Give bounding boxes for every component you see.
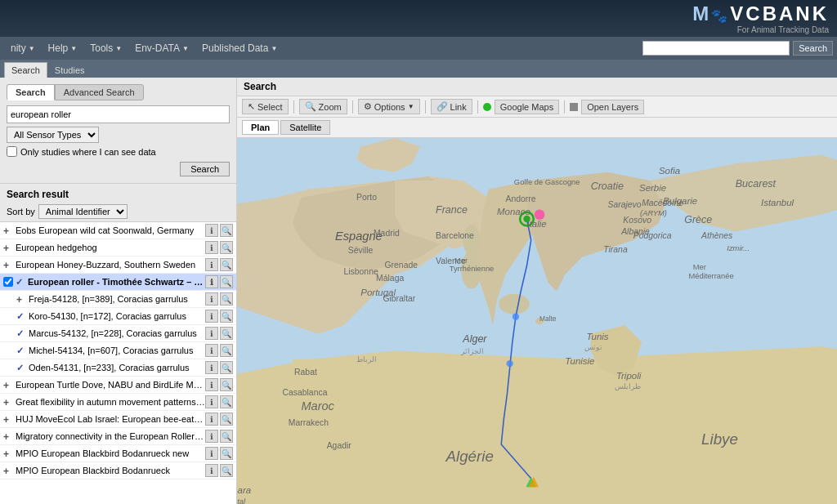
select-tool-button[interactable]: ↖ Select (242, 99, 289, 114)
search-button[interactable]: 🔍 (220, 464, 233, 477)
list-item[interactable]: ✓ Oden-54131, [n=233], Coracias garrulus… (0, 359, 236, 377)
logo-subtitle: For Animal Tracking Data (692, 25, 829, 34)
check-icon: ✓ (16, 311, 26, 321)
list-item[interactable]: + MPIO European Blackbird Bodanrueck ℹ 🔍 (0, 462, 236, 479)
info-button[interactable]: ℹ (205, 361, 218, 374)
chevron-down-icon: ▼ (70, 45, 77, 52)
data-visibility-checkbox[interactable] (7, 146, 17, 157)
item-actions: ℹ 🔍 (205, 361, 233, 374)
search-button[interactable]: Search (180, 162, 230, 176)
search-button[interactable]: 🔍 (220, 292, 233, 306)
info-button[interactable]: ℹ (205, 430, 218, 443)
search-button-row: Search (7, 162, 230, 176)
check-icon: ✓ (16, 277, 25, 287)
search-button[interactable]: 🔍 (220, 327, 233, 340)
svg-text:Casablanca: Casablanca (282, 388, 327, 397)
item-actions: ℹ 🔍 (205, 310, 233, 323)
svg-text:Grèce: Grèce (684, 214, 712, 225)
search-button[interactable]: 🔍 (220, 378, 233, 391)
right-panel: Search ↖ Select 🔍 Zoom ⚙ Options ▼ 🔗 Lin… (237, 78, 837, 504)
global-search-button[interactable]: Search (793, 41, 833, 56)
search-button[interactable]: 🔍 (220, 275, 233, 288)
search-input[interactable] (7, 105, 230, 123)
nav-community[interactable]: nity ▼ (4, 39, 42, 57)
search-button[interactable]: 🔍 (220, 447, 233, 460)
toolbar-separator (425, 100, 426, 114)
open-layers-button[interactable]: Open Layers (581, 100, 644, 114)
nav-tools[interactable]: Tools ▼ (83, 39, 128, 57)
info-button[interactable]: ℹ (205, 241, 218, 254)
global-search-input[interactable] (642, 41, 790, 56)
svg-text:Tirana: Tirana (603, 245, 628, 254)
svg-text:Malte: Malte (539, 314, 557, 323)
satellite-view-tab[interactable]: Satellite (280, 120, 330, 135)
open-layers-indicator (570, 103, 578, 111)
tab-search[interactable]: Search (4, 62, 47, 78)
search-button[interactable]: 🔍 (220, 344, 233, 357)
search-button[interactable]: 🔍 (220, 224, 233, 237)
search-button[interactable]: 🔍 (220, 430, 233, 443)
svg-text:Tunis: Tunis (586, 332, 608, 341)
info-button[interactable]: ℹ (205, 310, 218, 323)
svg-text:Sofia: Sofia (659, 166, 680, 176)
info-button[interactable]: ℹ (205, 275, 218, 288)
nav-published-data[interactable]: Published Data ▼ (195, 39, 284, 57)
info-button[interactable]: ℹ (205, 413, 218, 426)
nav-help[interactable]: Help ▼ (42, 39, 84, 57)
info-button[interactable]: ℹ (205, 258, 218, 271)
list-item[interactable]: + European Honey-Buzzard, Southern Swede… (0, 256, 236, 274)
svg-text:Alger: Alger (462, 333, 487, 345)
svg-text:Grenade: Grenade (385, 261, 418, 270)
toolbar-separator (477, 100, 478, 114)
list-item[interactable]: + MPIO European Blackbird Bodanrueck new… (0, 445, 236, 462)
link-icon: 🔗 (436, 101, 448, 112)
info-button[interactable]: ℹ (205, 447, 218, 460)
info-button[interactable]: ℹ (205, 292, 218, 306)
sort-select[interactable]: Animal Identifier (38, 204, 128, 219)
list-item[interactable]: + Great flexibility in autumn movement p… (0, 394, 236, 411)
map-canvas[interactable]: Espagne France Monaco Portugal Porto Mad… (237, 138, 837, 504)
nav-envdata[interactable]: Env-DATA ▼ (128, 39, 195, 57)
list-item[interactable]: + Eobs European wild cat Soonwald, Germa… (0, 222, 236, 239)
search-button[interactable]: 🔍 (220, 258, 233, 271)
plan-view-tab[interactable]: Plan (242, 120, 279, 135)
list-item[interactable]: ✓ Michel-54134, [n=607], Coracias garrul… (0, 342, 236, 359)
info-button[interactable]: ℹ (205, 224, 218, 237)
list-item-selected[interactable]: ✓ European roller - Timothée Schwartz – … (0, 274, 236, 291)
item-checkbox[interactable] (3, 277, 13, 287)
item-actions: ℹ 🔍 (205, 258, 233, 271)
link-tool-button[interactable]: 🔗 Link (431, 99, 472, 114)
svg-text:Tunisie: Tunisie (565, 356, 594, 366)
info-button[interactable]: ℹ (205, 378, 218, 391)
search-button[interactable]: 🔍 (220, 310, 233, 323)
sensor-type-select[interactable]: All Sensor Types (7, 127, 99, 143)
info-button[interactable]: ℹ (205, 327, 218, 340)
item-actions: ℹ 🔍 (205, 447, 233, 460)
basic-search-tab[interactable]: Search (7, 84, 55, 100)
search-button[interactable]: 🔍 (220, 395, 233, 408)
svg-text:Porto: Porto (356, 193, 377, 202)
tab-studies[interactable]: Studies (47, 62, 92, 78)
list-item[interactable]: + HUJ MoveEcol Lab Israel: European bee-… (0, 411, 236, 428)
list-item[interactable]: ✓ Koro-54130, [n=172], Coracias garrulus… (0, 308, 236, 325)
info-button[interactable]: ℹ (205, 395, 218, 408)
list-item[interactable]: + European hedgehog ℹ 🔍 (0, 239, 236, 256)
zoom-tool-button[interactable]: 🔍 Zoom (299, 99, 347, 114)
list-item[interactable]: + European Turtle Dove, NABU and BirdLif… (0, 377, 236, 394)
advanced-search-tab[interactable]: Advanced Search (55, 84, 144, 100)
svg-text:Tyrrhénienne: Tyrrhénienne (450, 265, 495, 273)
options-tool-button[interactable]: ⚙ Options ▼ (358, 99, 420, 114)
list-item[interactable]: + Migratory connectivity in the European… (0, 428, 236, 445)
svg-text:Podgorica: Podgorica (633, 231, 672, 240)
info-button[interactable]: ℹ (205, 464, 218, 477)
svg-text:Barcelone: Barcelone (436, 231, 474, 240)
info-button[interactable]: ℹ (205, 344, 218, 357)
search-button[interactable]: 🔍 (220, 413, 233, 426)
search-button[interactable]: 🔍 (220, 361, 233, 374)
search-button[interactable]: 🔍 (220, 241, 233, 254)
list-item[interactable]: + Freja-54128, [n=389], Coracias garrulu… (0, 291, 236, 308)
list-item[interactable]: ✓ Marcus-54132, [n=228], Coracias garrul… (0, 325, 236, 342)
expand-icon: + (3, 380, 13, 390)
google-maps-button[interactable]: Google Maps (495, 100, 559, 114)
svg-text:...hara: ...hara (237, 485, 251, 495)
